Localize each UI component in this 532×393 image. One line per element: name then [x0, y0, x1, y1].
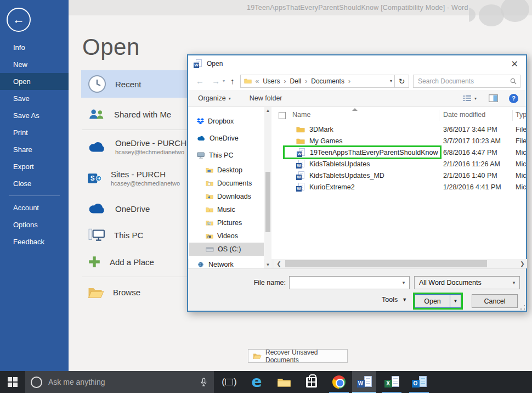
- recover-unsaved-documents-button[interactable]: Recover Unsaved Documents: [248, 349, 348, 363]
- column-header-date-modified[interactable]: Date modified: [443, 111, 485, 119]
- nav-forward-button[interactable]: →: [212, 77, 220, 85]
- breadcrumb-segment-documents[interactable]: Documents: [311, 77, 344, 85]
- preview-pane-button[interactable]: [489, 94, 498, 102]
- tools-button[interactable]: Tools ▼: [382, 296, 407, 304]
- tree-item-network[interactable]: Network: [189, 256, 264, 268]
- chevron-down-icon[interactable]: ▾: [398, 280, 409, 285]
- tree-item-documents[interactable]: Documents: [189, 177, 264, 190]
- breadcrumb[interactable]: « Users › Dell › Documents › ▾: [240, 75, 395, 88]
- horizontal-scrollbar[interactable]: ❮ ❯: [274, 259, 527, 268]
- search-input[interactable]: [414, 77, 510, 85]
- tree-item-onedrive[interactable]: OneDrive: [189, 130, 264, 147]
- file-type-dropdown[interactable]: All Word Documents ▾: [414, 276, 520, 289]
- sidebar-item-share[interactable]: Share: [0, 141, 69, 158]
- back-button[interactable]: ←: [7, 8, 31, 32]
- tree-item-desktop[interactable]: Desktop: [189, 164, 264, 177]
- task-view-icon: (): [222, 377, 236, 388]
- onedrive-icon: [197, 136, 206, 141]
- place-browse[interactable]: Browse: [81, 278, 199, 306]
- tree-item-downloads[interactable]: Downloads: [189, 190, 264, 203]
- sidebar-item-close[interactable]: Close: [0, 175, 69, 192]
- sidebar-item-options[interactable]: Options: [0, 216, 69, 233]
- sidebar-item-account[interactable]: Account: [0, 199, 69, 216]
- file-row-highlighted[interactable]: W 19TeenAppsThatEveryParentShouldKnow 6/…: [274, 147, 526, 158]
- nav-history-chevron-icon[interactable]: ▾: [223, 78, 225, 83]
- sidebar-item-new[interactable]: New: [0, 56, 69, 73]
- file-row[interactable]: W KidsTabletsUpdates 2/1/2016 11:26 AM M…: [274, 158, 526, 170]
- open-button[interactable]: Open: [415, 295, 450, 307]
- scroll-left-icon[interactable]: ❮: [274, 261, 284, 267]
- file-row[interactable]: 3DMark 3/6/2017 3:44 PM File: [274, 123, 526, 135]
- scrollbar-thumb[interactable]: [265, 172, 270, 232]
- tree-item-this-pc[interactable]: This PC: [189, 147, 264, 164]
- close-icon[interactable]: ✕: [509, 59, 520, 69]
- place-onedrive[interactable]: OneDrive: [81, 195, 199, 222]
- breadcrumb-dropdown-chevron-icon[interactable]: ▾: [390, 78, 392, 83]
- chrome-button[interactable]: [327, 371, 351, 393]
- nav-up-button[interactable]: ↑: [230, 77, 235, 85]
- tree-vertical-scrollbar[interactable]: ▲ ▼: [264, 107, 271, 268]
- edge-button[interactable]: e: [245, 371, 269, 393]
- sidebar-item-info[interactable]: Info: [0, 39, 69, 56]
- tree-item-dropbox[interactable]: Dropbox: [189, 113, 264, 130]
- taskbar-search-input[interactable]: [48, 378, 194, 386]
- task-view-button[interactable]: (): [217, 371, 241, 393]
- outlook-button[interactable]: O: [407, 371, 431, 393]
- file-name: KidsTabletsUpdates_MD: [309, 172, 384, 179]
- file-name-input[interactable]: [290, 279, 398, 287]
- open-dropdown-icon[interactable]: ▼: [450, 295, 461, 307]
- place-this-pc[interactable]: This PC: [81, 221, 199, 249]
- place-add-a-place[interactable]: Add a Place: [81, 248, 199, 276]
- sidebar-item-open[interactable]: Open: [0, 73, 69, 90]
- tree-item-music[interactable]: ♪ Music: [189, 203, 264, 216]
- chevron-down-icon[interactable]: ▾: [508, 280, 519, 285]
- recover-button-label: Recover Unsaved Documents: [265, 349, 347, 364]
- scroll-right-icon[interactable]: ❯: [518, 261, 527, 267]
- sidebar-item-save-as[interactable]: Save As: [0, 107, 69, 124]
- column-separator[interactable]: [439, 110, 439, 121]
- place-sites-purch[interactable]: S Sites - PURCH hcasey@techmedianetwo: [81, 163, 199, 193]
- microphone-icon[interactable]: [194, 378, 214, 387]
- place-recent[interactable]: Recent: [81, 70, 199, 98]
- sidebar-item-feedback[interactable]: Feedback: [0, 233, 69, 250]
- select-all-checkbox[interactable]: [279, 112, 286, 119]
- tree-item-videos[interactable]: Videos: [189, 229, 264, 243]
- breadcrumb-overflow[interactable]: «: [256, 77, 259, 85]
- sidebar-item-export[interactable]: Export: [0, 158, 69, 175]
- change-view-button[interactable]: ▾: [463, 94, 477, 102]
- sidebar-item-print[interactable]: Print: [0, 124, 69, 141]
- store-button[interactable]: [299, 371, 324, 393]
- tree-item-os-c[interactable]: OS (C:): [189, 243, 264, 256]
- file-row[interactable]: My Games 3/7/2017 10:23 AM File: [274, 135, 526, 147]
- sidebar-item-save[interactable]: Save: [0, 90, 69, 107]
- cortana-search-bar[interactable]: [25, 371, 214, 393]
- breadcrumb-segment-dell[interactable]: Dell: [290, 77, 302, 85]
- refresh-button[interactable]: ↻: [395, 75, 409, 88]
- organize-button[interactable]: Organize ▾: [198, 94, 231, 102]
- scroll-up-icon[interactable]: ▲: [264, 107, 271, 114]
- nav-back-button[interactable]: ←: [196, 77, 204, 85]
- scrollbar-thumb[interactable]: [285, 260, 487, 267]
- tree-item-pictures[interactable]: Pictures: [189, 216, 264, 229]
- help-button[interactable]: ?: [509, 94, 518, 103]
- new-folder-button[interactable]: New folder: [250, 94, 282, 102]
- excel-button[interactable]: X: [380, 371, 404, 393]
- backstage-menu: Info New Open Save Save As Print Share E…: [0, 39, 69, 250]
- column-separator[interactable]: [512, 110, 513, 121]
- place-shared-with-me[interactable]: Shared with Me: [81, 100, 199, 128]
- file-row[interactable]: W KidsTabletsUpdates_MD 2/1/2016 1:40 PM…: [274, 170, 526, 181]
- file-explorer-button[interactable]: [272, 371, 296, 393]
- dropbox-icon: [197, 118, 204, 125]
- column-header-type[interactable]: Typ: [516, 111, 526, 119]
- column-header-name[interactable]: Name: [292, 111, 310, 119]
- resize-grip[interactable]: [520, 305, 525, 310]
- breadcrumb-segment-users[interactable]: Users: [263, 77, 280, 85]
- file-row[interactable]: W KurioExtreme2 1/28/2016 4:41 PM Mic: [274, 181, 526, 193]
- scroll-down-icon[interactable]: ▼: [264, 261, 271, 268]
- word-button[interactable]: W: [352, 371, 376, 393]
- start-button[interactable]: [0, 371, 25, 393]
- file-name-combobox[interactable]: ▾: [289, 276, 410, 289]
- cancel-button[interactable]: Cancel: [472, 294, 518, 308]
- dialog-search-box[interactable]: [413, 75, 520, 88]
- place-onedrive-purch[interactable]: OneDrive - PURCH hcasey@techmedianetwo: [81, 132, 199, 162]
